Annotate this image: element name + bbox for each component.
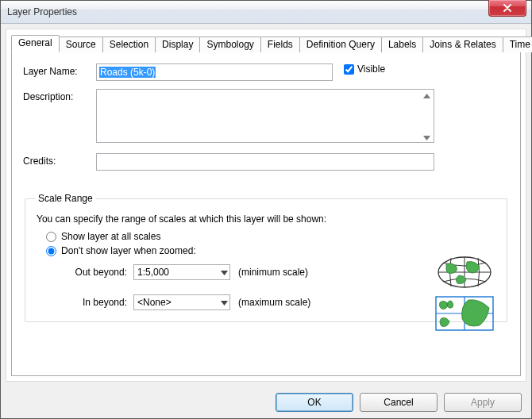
- scale-range-group: Scale Range You can specify the range of…: [25, 193, 507, 322]
- radio-dont-show-input[interactable]: [46, 246, 56, 256]
- tab-joins-relates[interactable]: Joins & Relates: [422, 37, 503, 52]
- description-label: Description:: [23, 89, 96, 102]
- in-beyond-combo[interactable]: <None>: [133, 294, 230, 310]
- tab-strip: GeneralSourceSelectionDisplaySymbologyFi…: [6, 29, 526, 52]
- dialog-window: Layer Properties GeneralSourceSelectionD…: [0, 0, 532, 419]
- globe-icon: [435, 255, 494, 290]
- row-layer-name: Layer Name: Roads (5k-0) Visible: [23, 63, 509, 81]
- tab-display[interactable]: Display: [155, 37, 200, 52]
- scale-range-help: You can specify the range of scales at w…: [37, 213, 497, 225]
- radio-show-all-input[interactable]: [46, 232, 56, 242]
- visible-label: Visible: [357, 63, 385, 75]
- dialog-button-row: OK Cancel Apply: [1, 386, 531, 418]
- tab-selection[interactable]: Selection: [102, 37, 156, 52]
- tab-time[interactable]: Time: [503, 37, 532, 52]
- row-in-beyond: In beyond: <None> (maximum scale): [64, 294, 497, 310]
- chevron-down-icon: [221, 297, 228, 308]
- tab-definition-query[interactable]: Definition Query: [299, 37, 382, 52]
- in-beyond-hint: (maximum scale): [238, 297, 310, 308]
- out-beyond-value: 1:5,000: [137, 267, 169, 278]
- cancel-button[interactable]: Cancel: [360, 393, 438, 412]
- titlebar: Layer Properties: [1, 1, 531, 24]
- out-beyond-label: Out beyond:: [64, 267, 133, 278]
- credits-input[interactable]: [96, 153, 434, 171]
- out-beyond-hint: (minimum scale): [238, 267, 308, 278]
- visible-checkbox[interactable]: [344, 64, 354, 75]
- close-icon: [503, 4, 512, 12]
- row-out-beyond: Out beyond: 1:5,000 (minimum scale): [64, 264, 497, 280]
- row-description: Description:: [23, 89, 509, 145]
- tab-fields[interactable]: Fields: [260, 37, 300, 52]
- chevron-down-icon: [221, 267, 228, 278]
- out-beyond-combo[interactable]: 1:5,000: [133, 264, 230, 280]
- scale-range-images: [435, 255, 494, 331]
- description-wrap: [96, 89, 434, 145]
- in-beyond-label: In beyond:: [64, 297, 133, 308]
- in-beyond-value: <None>: [137, 297, 172, 308]
- tab-source[interactable]: Source: [59, 37, 103, 52]
- credits-label: Credits:: [23, 153, 96, 167]
- layer-name-input[interactable]: Roads (5k-0): [96, 63, 333, 81]
- row-credits: Credits:: [23, 153, 509, 171]
- ok-button[interactable]: OK: [276, 393, 353, 412]
- radio-show-all-scales: Show layer at all scales: [46, 231, 497, 242]
- visible-checkbox-wrap: Visible: [344, 63, 385, 75]
- apply-button[interactable]: Apply: [444, 393, 522, 412]
- radio-dont-show-label: Don't show layer when zoomed:: [61, 245, 196, 256]
- scale-range-legend: Scale Range: [35, 193, 96, 204]
- client-area: GeneralSourceSelectionDisplaySymbologyFi…: [6, 29, 526, 382]
- tab-panel-general: Layer Name: Roads (5k-0) Visible Descrip…: [11, 52, 521, 376]
- layer-name-value: Roads (5k-0): [99, 67, 156, 78]
- tab-labels[interactable]: Labels: [381, 37, 423, 52]
- tab-symbology[interactable]: Symbology: [199, 37, 260, 52]
- close-button[interactable]: [488, 0, 526, 17]
- radio-show-all-label: Show layer at all scales: [61, 231, 160, 242]
- radio-dont-show-zoomed: Don't show layer when zoomed:: [46, 245, 497, 256]
- layer-name-label: Layer Name:: [23, 63, 96, 77]
- tab-general[interactable]: General: [11, 35, 60, 52]
- map-icon: [435, 296, 494, 331]
- window-title: Layer Properties: [7, 6, 77, 17]
- description-textarea[interactable]: [96, 89, 434, 143]
